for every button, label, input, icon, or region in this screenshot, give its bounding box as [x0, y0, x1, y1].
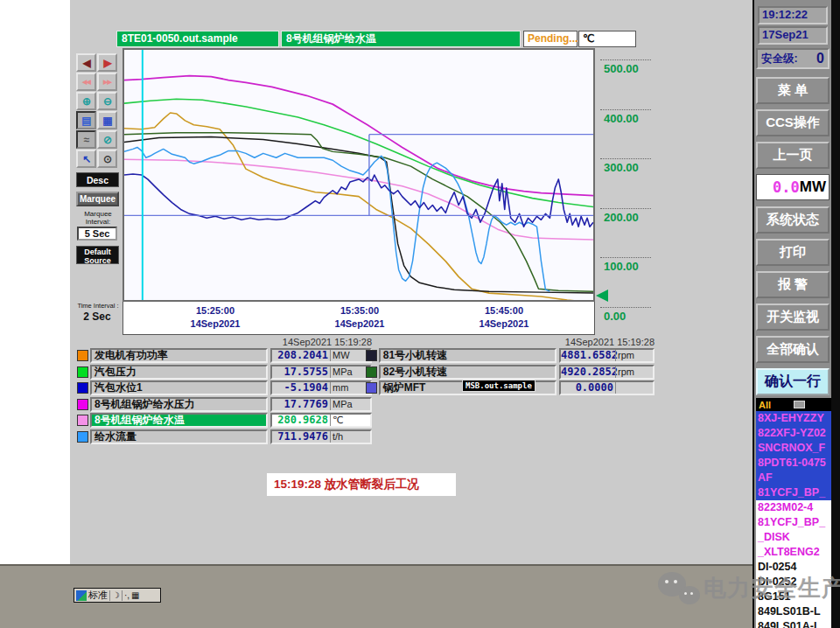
time-interval-value[interactable]: 2 Sec	[77, 311, 117, 323]
alarm-window-icon[interactable]	[794, 401, 805, 408]
pointer-icon[interactable]: ↖	[76, 150, 96, 168]
alarm-item[interactable]: 849LS01A-L	[756, 619, 831, 628]
zoom-out-icon[interactable]: ⊖	[97, 92, 117, 110]
pen-color-swatch	[366, 350, 377, 361]
sidebar-button[interactable]: 报 警	[756, 271, 830, 298]
fast-forward-icon[interactable]: ▶▶	[97, 73, 117, 91]
alarm-item[interactable]: SNCRNOX_F	[756, 441, 831, 456]
y-tick-label: 400.00	[604, 112, 639, 125]
pen-name[interactable]: 81号小机转速	[379, 348, 556, 363]
watermark-text: 电力安全生产	[704, 573, 840, 604]
event-message: 15:19:28 放水管断裂后工况	[267, 473, 456, 496]
pen-color-swatch	[77, 399, 88, 410]
pointer-alt-icon[interactable]: ⊙	[97, 150, 117, 168]
sidebar-button[interactable]: 上一页	[756, 142, 830, 169]
default-source-button[interactable]: Default Source	[76, 246, 119, 264]
pen-unit: mm	[330, 382, 370, 394]
pen-name[interactable]: 汽包压力	[90, 365, 268, 380]
alarm-item[interactable]: _DISK	[756, 530, 831, 545]
legend-row[interactable]: 发电机有功功率208.2041MW	[77, 348, 379, 363]
pen-color-swatch	[77, 366, 88, 378]
legend-row[interactable]: 82号小机转速4920.2852rpm	[366, 365, 654, 380]
window-list-icon[interactable]: ▤	[76, 111, 96, 129]
sidebar-button[interactable]: 打印	[756, 239, 830, 266]
trend-pen-icon[interactable]: ≈	[76, 130, 96, 149]
pen-name[interactable]: 给水流量	[90, 429, 268, 444]
legend-row[interactable]: 汽包压力17.5755MPa	[77, 365, 379, 380]
legend-row[interactable]: 8号机组锅炉给水温280.9628℃	[77, 413, 379, 428]
pen-value: -5.1904	[272, 382, 330, 394]
legend-table-left: 发电机有功功率208.2041MW汽包压力17.5755MPa汽包水位1-5.1…	[77, 348, 379, 445]
sidebar-button[interactable]: CCS操作	[756, 109, 830, 136]
disable-icon[interactable]: ⊘	[97, 130, 117, 149]
pen-unit: rpm	[615, 366, 653, 378]
pen-value: 711.9476	[272, 431, 330, 443]
y-tick-label: 300.00	[604, 161, 639, 174]
watermark: 电力安全生产	[654, 567, 840, 609]
grid-icon[interactable]: ▦	[97, 111, 117, 129]
ime-keyboard-icon[interactable]: ▦	[131, 590, 139, 600]
ime-halfmoon-icon[interactable]: ☽	[112, 590, 120, 600]
pen-name[interactable]: 8号机组锅炉给水压力	[90, 397, 268, 412]
ime-mode-label: 标准	[88, 589, 108, 602]
step-back-icon[interactable]: ◀	[76, 53, 96, 72]
pen-color-swatch	[77, 415, 88, 426]
marquee-button[interactable]: Marquee	[76, 192, 119, 206]
sidebar-button[interactable]: 全部确认	[756, 336, 830, 363]
desc-button[interactable]: Desc	[76, 172, 119, 187]
alarm-item[interactable]: 822XFJ-YZ02	[756, 426, 831, 441]
alarm-item[interactable]: 8223M02-4	[756, 500, 831, 515]
fast-back-icon[interactable]: ◀◀	[76, 73, 96, 91]
clock-time: 19:12:22	[758, 6, 828, 24]
series-feedwater-temp	[124, 159, 593, 240]
point-description-field[interactable]: 8号机组锅炉给水温	[281, 31, 521, 47]
pen-value: 17.7769	[272, 399, 330, 410]
pen-name[interactable]: 发电机有功功率	[90, 348, 268, 363]
pen-name[interactable]: 82号小机转速	[379, 365, 556, 380]
sidebar-button[interactable]: 菜 单	[756, 77, 830, 104]
ime-punct-icon[interactable]: ·,	[124, 590, 130, 600]
alarm-list-header: All	[756, 398, 831, 411]
alarm-item[interactable]: AF	[756, 471, 831, 485]
alarm-item[interactable]: 8PDT61-0475	[756, 456, 831, 471]
series-turbine-82-speed	[124, 133, 593, 291]
pen-color-swatch	[366, 366, 377, 378]
point-tag-field[interactable]: 8TE01-0050.out.sample	[116, 31, 279, 47]
legend-left-timestamp: 14Sep2021 15:19:28	[158, 337, 372, 347]
marquee-interval-value[interactable]: 5 Sec	[77, 227, 117, 241]
alarm-item[interactable]: 81YCFJ_BP_	[756, 515, 831, 530]
legend-row[interactable]: 给水流量711.9476t/h	[77, 429, 379, 444]
trend-curves	[124, 50, 593, 300]
y-tick-label: 0.00	[604, 310, 626, 323]
security-level-label: 安全级:	[761, 52, 798, 66]
x-tick-label: 15:45:0014Sep2021	[452, 304, 556, 331]
alarm-item[interactable]: 81YCFJ_BP_	[756, 485, 831, 500]
y-tick-label: 500.00	[604, 62, 639, 75]
legend-row[interactable]: 8号机组锅炉给水压力17.7769MPa	[77, 397, 379, 412]
trend-toolbar: ◀▶◀◀▶▶⊕⊖▤▦≈⊘↖⊙	[76, 53, 119, 168]
y-tick-label: 200.00	[604, 211, 639, 224]
pen-name[interactable]: 8号机组锅炉给水温	[90, 413, 268, 428]
legend-row[interactable]: 汽包水位1-5.1904mm	[77, 380, 379, 395]
acknowledge-one-line-button[interactable]: 确认一行	[756, 368, 830, 395]
pen-name[interactable]: 汽包水位1	[90, 380, 268, 395]
y-tick-label: 100.00	[604, 260, 639, 273]
alarm-item[interactable]: 8XJ-EHYZZY	[756, 411, 831, 426]
pen-value: 4920.2852	[561, 366, 615, 378]
alarm-filter-all[interactable]: All	[759, 400, 771, 410]
sidebar-button[interactable]: 开关监视	[756, 304, 830, 331]
x-axis: 15:25:0014Sep202115:35:0014Sep202115:45:…	[122, 302, 595, 335]
pen-unit: ℃	[330, 415, 370, 426]
pen-value: 280.9628	[272, 415, 330, 426]
zoom-in-icon[interactable]: ⊕	[76, 92, 96, 110]
security-level-value: 0	[816, 51, 824, 66]
legend-row[interactable]: 81号小机转速4881.6582rpm	[366, 348, 654, 363]
pen-unit: t/h	[330, 431, 370, 443]
sidebar-button[interactable]: 系统状态	[756, 206, 830, 234]
series-feedwater-pressure	[124, 76, 593, 196]
ime-toolbar[interactable]: 标准 ☽ ·, ▦	[74, 588, 161, 603]
scale-pointer-icon	[596, 290, 608, 302]
step-forward-icon[interactable]: ▶	[97, 53, 117, 72]
trend-plot-area[interactable]	[122, 48, 595, 302]
alarm-item[interactable]: _XLT8ENG2	[756, 545, 831, 560]
